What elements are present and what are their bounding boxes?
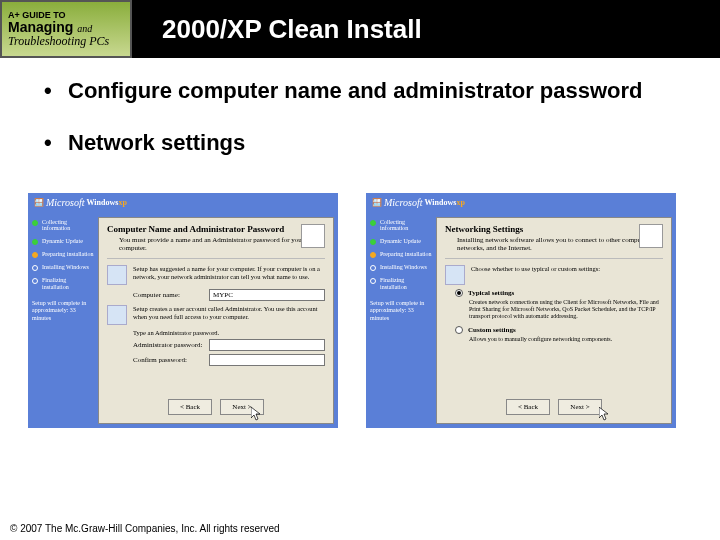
step-label: Collecting information (380, 219, 432, 232)
typical-settings-radio[interactable]: Typical settings (455, 289, 663, 297)
logo-line2: Managing (8, 19, 73, 35)
step-dot-icon (32, 239, 38, 245)
next-button[interactable]: Next > (558, 399, 602, 415)
step-label: Installing Windows (380, 264, 427, 271)
custom-settings-radio[interactable]: Custom settings (455, 326, 663, 334)
next-button[interactable]: Next > (220, 399, 264, 415)
installer-brand-bar: 🪟 Microsoft Windowsxp (366, 193, 676, 213)
step-label: Collecting information (42, 219, 94, 232)
radio-icon (455, 289, 463, 297)
installer-sidebar: Collecting information Dynamic Update Pr… (366, 213, 436, 428)
step-label: Finalizing installation (380, 277, 432, 290)
panel-heading: Computer Name and Administrator Password (107, 224, 325, 234)
step-dot-icon (32, 265, 38, 271)
radio-icon (455, 326, 463, 334)
screenshots-row: 🪟 Microsoft Windowsxp Collecting informa… (0, 193, 720, 428)
bullet-item: Configure computer name and administrato… (40, 78, 680, 104)
step-dot-icon (370, 278, 376, 284)
installer-sidebar: Collecting information Dynamic Update Pr… (28, 213, 98, 428)
admin-password-label: Administrator password: (133, 341, 203, 349)
time-remaining: Setup will complete in approximately: 33… (370, 300, 432, 322)
panel-subheading: You must provide a name and an Administr… (119, 236, 325, 252)
radio-description: Allows you to manually configure network… (469, 336, 663, 343)
panel-text: Setup creates a user account called Admi… (133, 305, 325, 325)
bullet-item: Network settings (40, 130, 680, 156)
step-dot-icon (32, 252, 38, 258)
step-label: Finalizing installation (42, 277, 94, 290)
panel-text: Setup has suggested a name for your comp… (133, 265, 325, 285)
installer-panel: Networking Settings Installing network s… (436, 217, 672, 424)
confirm-password-input[interactable] (209, 354, 325, 366)
back-button[interactable]: < Back (168, 399, 212, 415)
step-dot-icon (32, 278, 38, 284)
installer-brand-bar: 🪟 Microsoft Windowsxp (28, 193, 338, 213)
panel-prompt: Choose whether to use typical or custom … (471, 265, 663, 285)
brand-ms: Microsoft (384, 197, 423, 208)
admin-icon (107, 305, 127, 325)
logo-line3: Troubleshooting PCs (8, 34, 124, 49)
radio-label: Custom settings (468, 326, 516, 334)
back-button[interactable]: < Back (506, 399, 550, 415)
step-dot-icon (370, 265, 376, 271)
step-dot-icon (370, 239, 376, 245)
network-icon (445, 265, 465, 285)
computer-name-label: Computer name: (133, 291, 203, 299)
installer-panel: Computer Name and Administrator Password… (98, 217, 334, 424)
step-dot-icon (32, 220, 38, 226)
setup-screenshot-name-password: 🪟 Microsoft Windowsxp Collecting informa… (28, 193, 338, 428)
time-remaining: Setup will complete in approximately: 33… (32, 300, 94, 322)
panel-header-icon (301, 224, 325, 248)
step-label: Preparing installation (42, 251, 94, 258)
step-label: Dynamic Update (42, 238, 83, 245)
bullet-list: Configure computer name and administrato… (0, 58, 720, 193)
confirm-password-label: Confirm password: (133, 356, 203, 364)
panel-header-icon (639, 224, 663, 248)
brand-win: Windows (87, 198, 119, 207)
computer-icon (107, 265, 127, 285)
step-dot-icon (370, 220, 376, 226)
step-label: Dynamic Update (380, 238, 421, 245)
panel-hint: Type an Administrator password. (133, 329, 325, 336)
panel-heading: Networking Settings (445, 224, 663, 234)
radio-label: Typical settings (468, 289, 514, 297)
slide-title: 2000/XP Clean Install (162, 14, 422, 45)
computer-name-input[interactable]: MYPC (209, 289, 325, 301)
radio-description: Creates network connections using the Cl… (469, 299, 663, 321)
admin-password-input[interactable] (209, 339, 325, 351)
brand-ms: Microsoft (46, 197, 85, 208)
step-dot-icon (370, 252, 376, 258)
setup-screenshot-network: 🪟 Microsoft Windowsxp Collecting informa… (366, 193, 676, 428)
brand-xp: xp (456, 198, 464, 207)
copyright-footer: © 2007 The Mc.Graw-Hill Companies, Inc. … (10, 523, 280, 534)
step-label: Preparing installation (380, 251, 432, 258)
book-logo: A+ GUIDE TO Managing and Troubleshooting… (0, 0, 132, 58)
brand-xp: xp (118, 198, 126, 207)
logo-and: and (77, 23, 92, 34)
step-label: Installing Windows (42, 264, 89, 271)
slide-header: A+ GUIDE TO Managing and Troubleshooting… (0, 0, 720, 58)
brand-win: Windows (425, 198, 457, 207)
panel-subheading: Installing network software allows you t… (457, 236, 663, 252)
